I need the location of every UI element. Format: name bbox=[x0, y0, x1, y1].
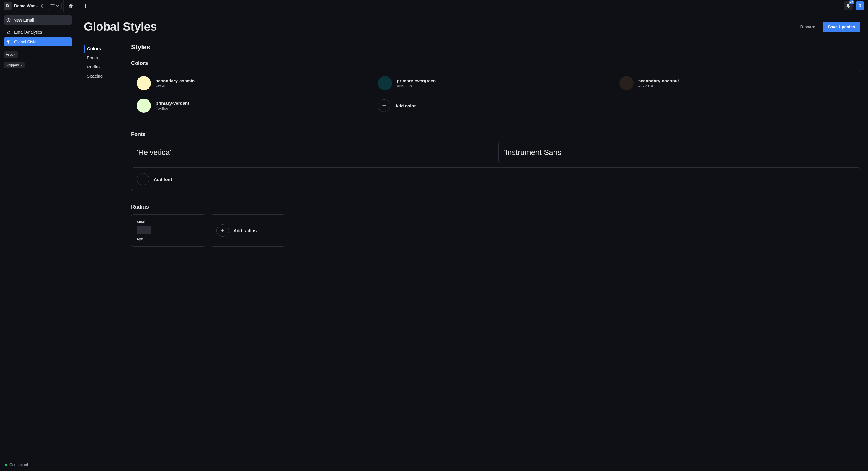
sidebar-item-label: Email Analytics bbox=[14, 30, 42, 34]
subnav-item-fonts[interactable]: Fonts bbox=[84, 54, 119, 62]
radius-value: 4px bbox=[137, 237, 200, 241]
home-icon bbox=[68, 3, 73, 8]
layers-icon bbox=[50, 4, 55, 8]
fonts-title: Fonts bbox=[131, 131, 860, 137]
font-card[interactable]: 'Instrument Sans' bbox=[498, 142, 860, 163]
subnav: Colors Fonts Radius Spacing bbox=[84, 43, 119, 247]
svg-rect-9 bbox=[8, 43, 9, 44]
subnav-item-spacing[interactable]: Spacing bbox=[84, 72, 119, 80]
section-title: Styles bbox=[131, 43, 860, 54]
colors-panel: secondary-cosmic #fff5c1 primary-evergre… bbox=[131, 70, 860, 118]
chart-line-icon bbox=[6, 30, 11, 34]
color-name: secondary-coconut bbox=[638, 78, 679, 83]
status-label: Connected bbox=[9, 463, 28, 467]
new-tab-button[interactable] bbox=[80, 1, 91, 11]
notification-badge: 25 bbox=[849, 0, 855, 4]
color-swatch bbox=[619, 76, 633, 90]
divider bbox=[78, 0, 78, 12]
new-email-button[interactable]: New Email... bbox=[4, 15, 72, 25]
add-color-button[interactable]: Add color bbox=[378, 99, 613, 113]
color-swatch bbox=[137, 76, 151, 90]
snippets-label: Snippets bbox=[6, 63, 20, 67]
add-font-button[interactable]: Add font bbox=[131, 167, 860, 191]
bell-icon bbox=[846, 4, 850, 8]
colors-title: Colors bbox=[131, 60, 860, 66]
subnav-item-radius[interactable]: Radius bbox=[84, 63, 119, 71]
color-name: primary-verdant bbox=[156, 101, 189, 106]
save-button[interactable]: Save Updates bbox=[823, 22, 860, 32]
paint-roller-icon bbox=[6, 40, 11, 44]
topbar: D Demo Wor... bbox=[0, 0, 868, 12]
svg-rect-8 bbox=[7, 40, 9, 42]
chevron-right-icon: ▸ bbox=[21, 64, 22, 67]
radius-name: small bbox=[137, 219, 200, 224]
color-hex: #0b353b bbox=[397, 84, 436, 88]
font-card[interactable]: 'Helvetica' bbox=[131, 142, 493, 163]
files-label: Files bbox=[6, 53, 13, 57]
radius-preview bbox=[137, 226, 151, 234]
color-hex: #27201d bbox=[638, 84, 679, 88]
subnav-item-colors[interactable]: Colors bbox=[84, 44, 119, 53]
sidebar: New Email... Email Analytics Global Styl… bbox=[0, 12, 76, 471]
plus-icon bbox=[83, 4, 88, 8]
plus-circle-icon bbox=[137, 173, 149, 185]
avatar[interactable]: B bbox=[856, 1, 864, 10]
color-hex: #e4ffce bbox=[156, 106, 189, 111]
sidebar-item-email-analytics[interactable]: Email Analytics bbox=[4, 28, 72, 37]
divider bbox=[63, 0, 64, 12]
color-swatch bbox=[137, 99, 151, 113]
plus-circle-icon bbox=[216, 224, 229, 237]
new-email-label: New Email... bbox=[13, 18, 38, 23]
connection-status: Connected bbox=[4, 461, 72, 469]
plus-circle-icon bbox=[6, 18, 11, 22]
discard-button[interactable]: Discard bbox=[798, 22, 818, 32]
add-radius-button[interactable]: Add radius bbox=[211, 214, 285, 247]
workspace-name: Demo Wor... bbox=[14, 4, 38, 8]
radius-title: Radius bbox=[131, 204, 860, 210]
sidebar-item-global-styles[interactable]: Global Styles bbox=[4, 37, 72, 46]
color-item[interactable]: secondary-coconut #27201d bbox=[619, 76, 855, 90]
main: Global Styles Discard Save Updates Color… bbox=[76, 12, 868, 471]
chevron-down-icon bbox=[56, 4, 59, 7]
add-color-label: Add color bbox=[395, 103, 416, 108]
chevrons-up-down-icon bbox=[40, 4, 44, 8]
workspace-switcher[interactable]: D Demo Wor... bbox=[2, 1, 46, 11]
layers-dropdown[interactable] bbox=[48, 2, 62, 10]
add-font-label: Add font bbox=[154, 177, 172, 182]
add-radius-label: Add radius bbox=[234, 228, 256, 233]
sidebar-item-label: Global Styles bbox=[14, 39, 38, 44]
color-name: secondary-cosmic bbox=[156, 78, 194, 83]
files-pill[interactable]: Files ▸ bbox=[4, 51, 18, 58]
color-hex: #fff5c1 bbox=[156, 84, 194, 88]
plus-circle-icon bbox=[378, 99, 390, 112]
color-item[interactable]: primary-evergreen #0b353b bbox=[378, 76, 613, 90]
color-item[interactable]: primary-verdant #e4ffce bbox=[137, 99, 372, 113]
chevron-right-icon: ▸ bbox=[14, 54, 16, 56]
status-dot-icon bbox=[5, 464, 7, 466]
radius-card[interactable]: small 4px bbox=[131, 214, 206, 247]
color-item[interactable]: secondary-cosmic #fff5c1 bbox=[137, 76, 372, 90]
color-swatch bbox=[378, 76, 392, 90]
home-button[interactable] bbox=[66, 1, 76, 11]
notifications-button[interactable]: 25 bbox=[844, 1, 852, 10]
color-name: primary-evergreen bbox=[397, 78, 436, 83]
snippets-pill[interactable]: Snippets ▸ bbox=[4, 62, 25, 68]
workspace-letter: D bbox=[4, 2, 12, 10]
page-title: Global Styles bbox=[84, 20, 157, 33]
